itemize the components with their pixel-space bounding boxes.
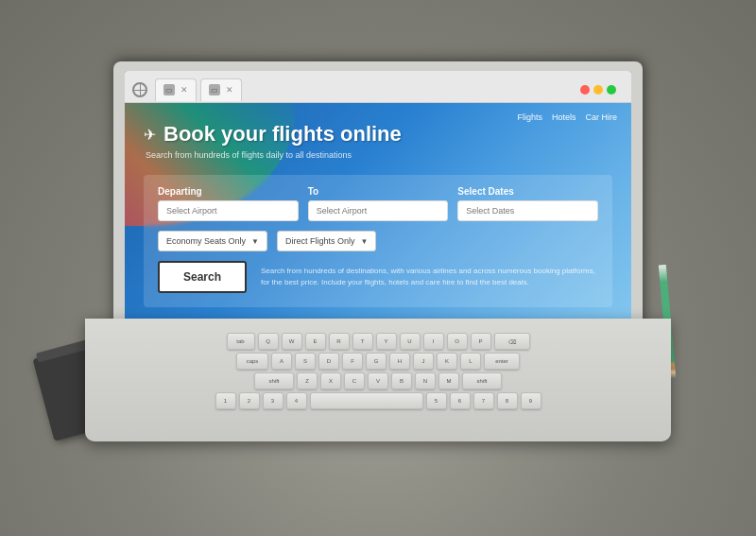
- key-enter[interactable]: enter: [484, 353, 520, 370]
- tab-icon-2: ▭: [209, 84, 220, 95]
- tab-close-2[interactable]: ✕: [226, 85, 233, 95]
- key-9[interactable]: 9: [521, 392, 541, 409]
- tab-icon-1: ▭: [163, 84, 175, 95]
- form-row-search: Search Search from hundreds of destinati…: [158, 261, 598, 293]
- key-s[interactable]: S: [295, 353, 316, 370]
- key-shift-right[interactable]: shift: [462, 372, 502, 389]
- form-row-dropdowns: Economy Seats Only ▼ Direct Flights Only…: [158, 231, 598, 251]
- seats-dropdown-label: Economy Seats Only: [166, 236, 246, 246]
- key-u[interactable]: U: [400, 333, 421, 350]
- key-i[interactable]: I: [423, 333, 444, 350]
- key-row-1: tab Q W E R T Y U I O P ⌫: [104, 333, 652, 350]
- key-3[interactable]: 3: [263, 392, 284, 409]
- key-j[interactable]: J: [413, 353, 434, 370]
- key-backspace[interactable]: ⌫: [494, 333, 530, 350]
- seats-dropdown-arrow: ▼: [251, 237, 259, 246]
- key-row-2: caps A S D F G H J K L enter: [104, 353, 652, 370]
- key-4[interactable]: 4: [286, 392, 307, 409]
- key-1[interactable]: 1: [215, 392, 236, 409]
- close-button[interactable]: [580, 85, 590, 95]
- dates-group: Select Dates: [457, 186, 598, 221]
- key-8[interactable]: 8: [497, 392, 518, 409]
- nav-car-hire[interactable]: Car Hire: [585, 112, 617, 122]
- key-shift-left[interactable]: shift: [254, 372, 294, 389]
- maximize-button[interactable]: [607, 85, 616, 95]
- key-h[interactable]: H: [389, 353, 410, 370]
- plane-icon: ✈: [144, 126, 156, 144]
- key-z[interactable]: Z: [297, 372, 318, 389]
- keyboard: tab Q W E R T Y U I O P ⌫ caps A S D F G…: [104, 333, 652, 423]
- globe-icon: [132, 82, 147, 97]
- key-row-3: shift Z X C V B N M shift: [104, 372, 652, 389]
- search-description: Search from hundreds of destinations, wi…: [261, 266, 598, 288]
- key-p[interactable]: P: [471, 333, 491, 350]
- key-b[interactable]: B: [391, 372, 412, 389]
- flights-dropdown-label: Direct Flights Only: [285, 236, 355, 246]
- browser-chrome: ▭ ✕ ▭ ✕: [125, 71, 631, 103]
- key-5[interactable]: 5: [426, 392, 447, 409]
- dates-input[interactable]: [457, 200, 598, 221]
- departing-group: Departing: [158, 186, 299, 221]
- nav-flights[interactable]: Flights: [517, 112, 542, 122]
- key-row-4: 1 2 3 4 5 6 7 8 9: [104, 392, 652, 409]
- key-x[interactable]: X: [320, 372, 341, 389]
- key-d[interactable]: D: [318, 353, 339, 370]
- minimize-button[interactable]: [593, 85, 603, 95]
- hero-subtitle: Search from hundreds of flights daily to…: [144, 150, 612, 160]
- key-7[interactable]: 7: [473, 392, 494, 409]
- form-row-airports: Departing To Select Dates: [158, 186, 598, 221]
- flights-dropdown[interactable]: Direct Flights Only ▼: [277, 231, 376, 251]
- key-g[interactable]: G: [366, 353, 387, 370]
- key-a[interactable]: A: [271, 353, 292, 370]
- to-input[interactable]: [308, 200, 449, 221]
- seats-dropdown[interactable]: Economy Seats Only ▼: [158, 231, 267, 251]
- key-tab[interactable]: tab: [227, 333, 255, 350]
- departing-label: Departing: [158, 186, 299, 197]
- key-o[interactable]: O: [447, 333, 468, 350]
- key-e[interactable]: E: [305, 333, 326, 350]
- flights-dropdown-arrow: ▼: [361, 237, 369, 246]
- tab-close-1[interactable]: ✕: [180, 85, 188, 95]
- key-w[interactable]: W: [282, 333, 302, 350]
- key-c[interactable]: C: [344, 372, 365, 389]
- key-q[interactable]: Q: [258, 333, 279, 350]
- key-f[interactable]: F: [342, 353, 363, 370]
- hero-title: Book your flights online: [163, 122, 402, 147]
- search-button[interactable]: Search: [158, 261, 247, 293]
- hero-title-row: ✈ Book your flights online: [144, 122, 612, 147]
- browser-tab-1[interactable]: ▭ ✕: [155, 78, 197, 101]
- key-2[interactable]: 2: [239, 392, 260, 409]
- nav-hotels[interactable]: Hotels: [552, 112, 576, 122]
- nav-links: Flights Hotels Car Hire: [517, 112, 617, 122]
- key-caps[interactable]: caps: [236, 353, 268, 370]
- dates-label: Select Dates: [457, 186, 598, 197]
- search-form: Departing To Select Dates: [144, 175, 612, 307]
- to-label: To: [308, 186, 449, 197]
- laptop: ▭ ✕ ▭ ✕: [113, 61, 643, 441]
- key-r[interactable]: R: [329, 333, 350, 350]
- key-6[interactable]: 6: [450, 392, 471, 409]
- key-k[interactable]: K: [437, 353, 457, 370]
- to-group: To: [308, 186, 449, 221]
- hero-section: Flights Hotels Car Hire ✈ Book your flig…: [125, 103, 631, 331]
- key-y[interactable]: Y: [376, 333, 397, 350]
- key-l[interactable]: L: [460, 353, 481, 370]
- departing-input[interactable]: [158, 200, 299, 221]
- laptop-keyboard-base: tab Q W E R T Y U I O P ⌫ caps A S D F G…: [85, 319, 671, 441]
- key-v[interactable]: V: [368, 372, 388, 389]
- window-controls: [580, 85, 616, 95]
- key-n[interactable]: N: [415, 372, 436, 389]
- key-t[interactable]: T: [352, 333, 373, 350]
- key-space[interactable]: [310, 392, 423, 409]
- browser-tab-2[interactable]: ▭ ✕: [200, 78, 242, 101]
- key-m[interactable]: M: [438, 372, 459, 389]
